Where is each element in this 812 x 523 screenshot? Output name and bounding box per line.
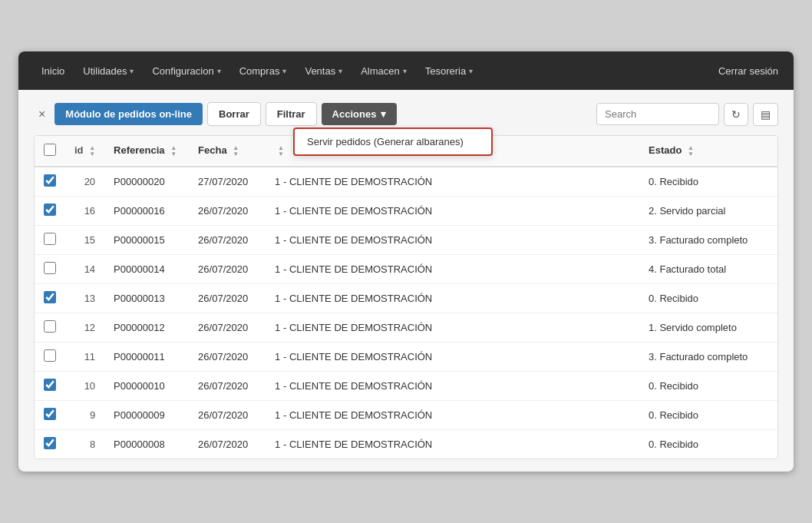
row-checkbox[interactable] xyxy=(44,174,56,187)
row-checkbox-cell xyxy=(35,255,65,284)
row-id: 13 xyxy=(65,284,104,313)
sort-icon: ▲▼ xyxy=(89,145,95,157)
columns-button[interactable]: ▤ xyxy=(753,103,778,126)
row-estado: 2. Servido parcial xyxy=(639,197,777,226)
row-fecha: 26/07/2020 xyxy=(189,255,266,284)
row-fecha: 26/07/2020 xyxy=(189,343,266,372)
row-client: 1 - CLIENTE DE DEMOSTRACIÓN xyxy=(266,430,639,459)
row-id: 11 xyxy=(65,343,104,372)
nav-utilidades[interactable]: Utilidades ▾ xyxy=(75,61,141,81)
servir-pedidos-item[interactable]: Servir pedidos (Generar albaranes) xyxy=(295,129,491,154)
row-estado: 0. Recibido xyxy=(639,167,777,197)
row-estado: 0. Recibido xyxy=(639,372,777,401)
row-checkbox[interactable] xyxy=(44,437,56,449)
refresh-icon: ↻ xyxy=(731,108,741,121)
refresh-button[interactable]: ↻ xyxy=(724,103,748,126)
chevron-down-icon: ▾ xyxy=(217,67,221,75)
row-checkbox[interactable] xyxy=(44,320,56,333)
row-client: 1 - CLIENTE DE DEMOSTRACIÓN xyxy=(266,284,639,313)
row-id: 20 xyxy=(65,167,104,197)
row-ref: P00000014 xyxy=(104,255,189,284)
row-checkbox[interactable] xyxy=(44,408,56,420)
row-fecha: 26/07/2020 xyxy=(189,284,266,313)
row-checkbox-cell xyxy=(35,167,65,197)
row-checkbox-cell xyxy=(35,430,65,459)
nav-tesoreria[interactable]: Tesoreria ▾ xyxy=(418,61,480,81)
row-ref: P00000020 xyxy=(104,167,189,197)
row-checkbox[interactable] xyxy=(44,379,56,391)
row-ref: P00000015 xyxy=(104,226,189,255)
header-checkbox-cell xyxy=(35,136,65,167)
nav-almacen[interactable]: Almacen ▾ xyxy=(353,61,414,81)
row-ref: P00000013 xyxy=(104,284,189,313)
navbar-items: Inicio Utilidades ▾ Configuracion ▾ Comp… xyxy=(34,61,718,81)
close-button[interactable]: × xyxy=(34,104,50,124)
row-ref: P00000011 xyxy=(104,343,189,372)
row-estado: 0. Recibido xyxy=(639,284,777,313)
sort-icon: ▲▼ xyxy=(278,145,284,157)
row-client: 1 - CLIENTE DE DEMOSTRACIÓN xyxy=(266,343,639,372)
row-id: 10 xyxy=(65,372,104,401)
row-client: 1 - CLIENTE DE DEMOSTRACIÓN xyxy=(266,372,639,401)
content-area: × Módulo de pedidos on-line Borrar Filtr… xyxy=(18,90,794,472)
header-fecha[interactable]: Fecha ▲▼ xyxy=(189,136,266,167)
table-row: 11 P00000011 26/07/2020 1 - CLIENTE DE D… xyxy=(35,343,777,372)
row-fecha: 27/07/2020 xyxy=(189,167,266,197)
row-fecha: 26/07/2020 xyxy=(189,401,266,430)
table-row: 12 P00000012 26/07/2020 1 - CLIENTE DE D… xyxy=(35,313,777,343)
chevron-down-icon: ▾ xyxy=(403,67,407,75)
header-id[interactable]: id ▲▼ xyxy=(65,136,104,167)
row-client: 1 - CLIENTE DE DEMOSTRACIÓN xyxy=(266,313,639,343)
row-id: 12 xyxy=(65,313,104,343)
sort-icon: ▲▼ xyxy=(233,145,239,157)
row-client: 1 - CLIENTE DE DEMOSTRACIÓN xyxy=(266,197,639,226)
row-fecha: 26/07/2020 xyxy=(189,313,266,343)
table-row: 10 P00000010 26/07/2020 1 - CLIENTE DE D… xyxy=(35,372,777,401)
row-estado: 1. Servido completo xyxy=(639,313,777,343)
row-id: 14 xyxy=(65,255,104,284)
acciones-button[interactable]: Acciones ▾ xyxy=(322,103,398,125)
acciones-dropdown: Servir pedidos (Generar albaranes) xyxy=(293,127,493,156)
row-checkbox[interactable] xyxy=(44,233,56,245)
chevron-down-icon: ▾ xyxy=(469,67,473,75)
nav-configuracion[interactable]: Configuracion ▾ xyxy=(144,61,228,81)
row-checkbox[interactable] xyxy=(44,204,56,216)
row-checkbox[interactable] xyxy=(44,349,56,362)
row-id: 15 xyxy=(65,226,104,255)
row-estado: 3. Facturado completo xyxy=(639,226,777,255)
chevron-down-icon: ▾ xyxy=(282,67,286,75)
module-button[interactable]: Módulo de pedidos on-line xyxy=(54,103,203,125)
nav-compras[interactable]: Compras ▾ xyxy=(232,61,295,81)
row-checkbox-cell xyxy=(35,284,65,313)
table-body: 20 P00000020 27/07/2020 1 - CLIENTE DE D… xyxy=(35,167,777,458)
row-client: 1 - CLIENTE DE DEMOSTRACIÓN xyxy=(266,401,639,430)
nav-ventas[interactable]: Ventas ▾ xyxy=(297,61,350,81)
row-id: 16 xyxy=(65,197,104,226)
sort-icon: ▲▼ xyxy=(170,145,177,157)
header-estado[interactable]: Estado ▲▼ xyxy=(639,136,777,167)
search-input[interactable] xyxy=(596,103,719,125)
row-id: 9 xyxy=(65,401,104,430)
row-estado: 4. Facturado total xyxy=(639,255,777,284)
row-checkbox-cell xyxy=(35,226,65,255)
row-fecha: 26/07/2020 xyxy=(189,372,266,401)
row-checkbox-cell xyxy=(35,313,65,343)
table-row: 20 P00000020 27/07/2020 1 - CLIENTE DE D… xyxy=(35,167,777,197)
table-row: 13 P00000013 26/07/2020 1 - CLIENTE DE D… xyxy=(35,284,777,313)
orders-table: id ▲▼ Referencia ▲▼ Fecha ▲▼ xyxy=(35,136,777,458)
row-checkbox[interactable] xyxy=(44,262,56,274)
table-row: 14 P00000014 26/07/2020 1 - CLIENTE DE D… xyxy=(35,255,777,284)
table-row: 15 P00000015 26/07/2020 1 - CLIENTE DE D… xyxy=(35,226,777,255)
row-checkbox[interactable] xyxy=(44,291,56,303)
row-estado: 0. Recibido xyxy=(639,430,777,459)
logout-button[interactable]: Cerrar sesión xyxy=(718,65,778,77)
table-row: 8 P00000008 26/07/2020 1 - CLIENTE DE DE… xyxy=(35,430,777,459)
row-estado: 3. Facturado completo xyxy=(639,343,777,372)
row-checkbox-cell xyxy=(35,372,65,401)
header-referencia[interactable]: Referencia ▲▼ xyxy=(104,136,189,167)
borrar-button[interactable]: Borrar xyxy=(207,102,261,126)
filtrar-button[interactable]: Filtrar xyxy=(266,102,317,126)
select-all-checkbox[interactable] xyxy=(44,144,56,156)
nav-inicio[interactable]: Inicio xyxy=(34,61,72,81)
row-fecha: 26/07/2020 xyxy=(189,430,266,459)
